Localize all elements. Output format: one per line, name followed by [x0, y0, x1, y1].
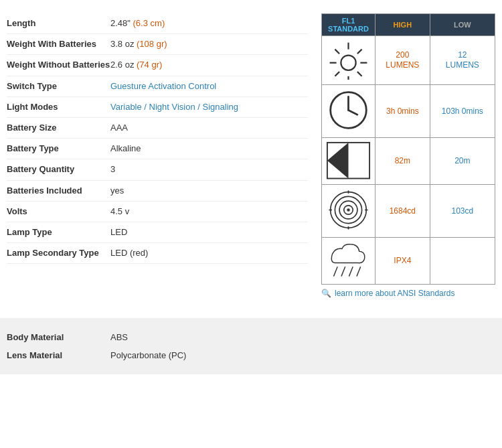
- spec-row: Battery TypeAlkaline: [7, 139, 308, 159]
- ansi-high-value: 200 LUMENS: [375, 36, 430, 85]
- svg-line-8: [335, 72, 339, 76]
- spec-label: Volts: [7, 206, 110, 218]
- spec-row: Length2.48" (6.3 cm): [7, 13, 308, 34]
- spec-value: Variable / Night Vision / Signaling: [110, 101, 308, 113]
- spec-value: LED: [110, 226, 308, 238]
- spec-label: Battery Size: [7, 122, 110, 134]
- ansi-row: 200 LUMENS12 LUMENS: [322, 36, 495, 85]
- ansi-icon-target: [322, 185, 375, 238]
- ansi-learn-link[interactable]: learn more about ANSI Standards: [335, 289, 454, 298]
- spec-value: 3.8 oz (108 gr): [110, 38, 308, 50]
- ansi-row: IPX4: [322, 238, 495, 285]
- ansi-icon-sun: [322, 36, 375, 85]
- ansi-low-value: 12 LUMENS: [430, 36, 495, 85]
- svg-line-25: [349, 267, 353, 276]
- spec-row: Batteries Includedyes: [7, 181, 308, 202]
- ansi-high-value: 1684cd: [375, 185, 430, 238]
- spec-label: Light Modes: [7, 101, 110, 113]
- spec-row: Weight Without Batteries2.6 oz (74 gr): [7, 55, 308, 76]
- svg-marker-13: [327, 143, 349, 179]
- bottom-spec-label: Body Material: [7, 332, 110, 342]
- spec-row: Battery SizeAAA: [7, 118, 308, 139]
- ansi-header-high: HIGH: [375, 14, 430, 36]
- svg-line-6: [357, 72, 362, 76]
- spec-value: 4.5 v: [110, 206, 308, 218]
- spec-label: Battery Type: [7, 143, 110, 155]
- ansi-header-low: LOW: [430, 14, 495, 36]
- svg-line-23: [333, 267, 337, 276]
- spec-row: Battery Quantity3: [7, 159, 308, 180]
- spec-row: Volts4.5 v: [7, 202, 308, 222]
- spec-value: Alkaline: [110, 143, 308, 155]
- svg-line-5: [335, 50, 339, 54]
- svg-line-24: [341, 267, 345, 276]
- spec-label: Length: [7, 17, 110, 29]
- ansi-high-value: IPX4: [375, 238, 430, 285]
- ansi-high-value: 82m: [375, 138, 430, 185]
- svg-line-7: [357, 50, 362, 54]
- svg-point-18: [347, 209, 349, 212]
- spec-value: yes: [110, 185, 308, 197]
- spec-row: Lamp Secondary TypeLED (red): [7, 243, 308, 264]
- spec-value: AAA: [110, 122, 308, 134]
- ansi-header-fl1: FL1 STANDARD: [322, 14, 375, 36]
- spec-label: Batteries Included: [7, 185, 110, 197]
- bottom-spec-value: ABS: [110, 332, 495, 342]
- ansi-row: 82m20m: [322, 138, 495, 185]
- ansi-low-value: 20m: [430, 138, 495, 185]
- ansi-row: 3h 0mins103h 0mins: [322, 85, 495, 138]
- specs-table: Length2.48" (6.3 cm)Weight With Batterie…: [7, 13, 308, 298]
- spec-value: 3: [110, 163, 308, 175]
- ansi-icon-beam: [322, 138, 375, 185]
- svg-point-0: [341, 56, 355, 70]
- spec-value: Guesture Activation Control: [110, 80, 308, 92]
- spec-label: Lamp Type: [7, 226, 110, 238]
- spec-row: Weight With Batteries3.8 oz (108 gr): [7, 34, 308, 55]
- ansi-learn-more[interactable]: 🔍 learn more about ANSI Standards: [321, 289, 495, 298]
- spec-value: 2.48" (6.3 cm): [110, 17, 308, 29]
- spec-label: Switch Type: [7, 80, 110, 92]
- spec-label: Lamp Secondary Type: [7, 247, 110, 259]
- ansi-icon-rain: [322, 238, 375, 285]
- ansi-low-value: 103h 0mins: [430, 85, 495, 138]
- ansi-low-value: [430, 238, 495, 285]
- spec-value: LED (red): [110, 247, 308, 259]
- bottom-spec-row: Lens MaterialPolycarbonate (PC): [7, 346, 495, 364]
- bottom-section: Body MaterialABSLens MaterialPolycarbona…: [0, 318, 502, 374]
- bottom-spec-row: Body MaterialABS: [7, 328, 495, 346]
- svg-line-11: [349, 110, 357, 115]
- ansi-low-value: 103cd: [430, 185, 495, 238]
- spec-label: Weight Without Batteries: [7, 59, 110, 71]
- ansi-section: FL1 STANDARD HIGH LOW 200 LUMENS12 LUMEN…: [321, 13, 495, 298]
- spec-row: Lamp TypeLED: [7, 222, 308, 243]
- ansi-icon-clock: [322, 85, 375, 138]
- bottom-spec-label: Lens Material: [7, 350, 110, 360]
- svg-line-26: [357, 267, 361, 276]
- spec-label: Battery Quantity: [7, 163, 110, 175]
- ansi-row: 1684cd103cd: [322, 185, 495, 238]
- spec-row: Light ModesVariable / Night Vision / Sig…: [7, 97, 308, 118]
- spec-label: Weight With Batteries: [7, 38, 110, 50]
- ansi-high-value: 3h 0mins: [375, 85, 430, 138]
- search-icon: 🔍: [321, 289, 331, 298]
- spec-row: Switch TypeGuesture Activation Control: [7, 76, 308, 97]
- ansi-table: FL1 STANDARD HIGH LOW 200 LUMENS12 LUMEN…: [321, 13, 495, 285]
- bottom-spec-value: Polycarbonate (PC): [110, 350, 495, 360]
- spec-value: 2.6 oz (74 gr): [110, 59, 308, 71]
